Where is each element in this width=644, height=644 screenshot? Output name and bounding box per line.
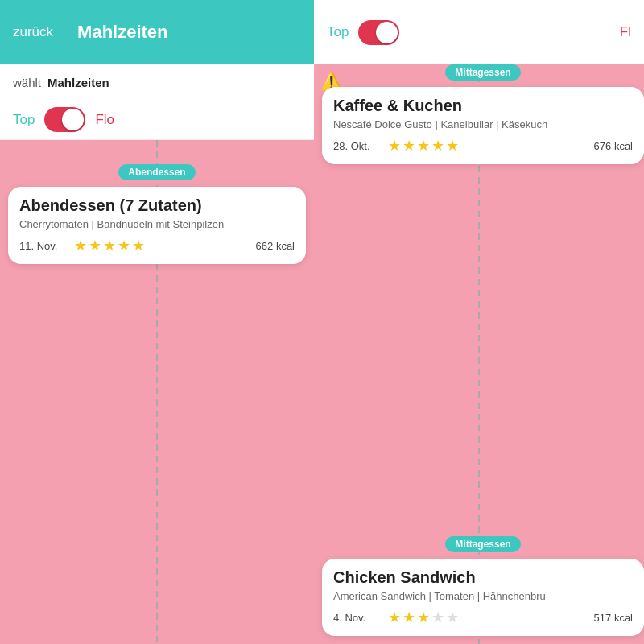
right-content: ⚠️ Mittagessen Kaffee & Kuchen Nescafé D… xyxy=(314,64,644,644)
star-2: ★ xyxy=(89,237,101,254)
right-bottom-category-badge: Mittagessen xyxy=(445,536,520,552)
right-header: Top Fl xyxy=(314,0,644,64)
left-header: zurück Mahlzeiten xyxy=(0,0,314,64)
right-bottom-meal-footer: 4. Nov. ★ ★ ★ ★ ★ 517 kcal xyxy=(333,609,633,626)
left-title: Mahlzeiten xyxy=(77,22,167,43)
right-top-meal-title: Kaffee & Kuchen xyxy=(333,97,633,115)
right-top-category-badge: Mittagessen xyxy=(445,64,520,80)
star-b1: ★ xyxy=(388,609,401,626)
right-top-meal-footer: 28. Okt. ★ ★ ★ ★ ★ 676 kcal xyxy=(333,137,633,155)
star-5: ★ xyxy=(132,237,145,254)
left-content: Abendessen Abendessen (7 Zutaten) Cherry… xyxy=(0,140,314,644)
left-meal-title: Abendessen (7 Zutaten) xyxy=(19,196,295,215)
left-category-badge: Abendessen xyxy=(118,164,195,180)
right-bottom-meal-date: 4. Nov. xyxy=(333,612,382,624)
left-toggle[interactable] xyxy=(44,107,85,132)
right-far-label: Fl xyxy=(620,24,631,40)
left-meal-ingredients: Cherrytomaten | Bandnudeln mit Steinpilz… xyxy=(19,218,295,230)
right-meal-top-section: Mittagessen Kaffee & Kuchen Nescafé Dolc… xyxy=(322,64,644,164)
star-t3: ★ xyxy=(417,137,430,155)
left-badge-wrap: Abendessen xyxy=(8,164,306,180)
star-t4: ★ xyxy=(431,137,444,155)
star-t5: ★ xyxy=(446,137,459,155)
right-meal-bottom-section: Mittagessen Chicken Sandwich American Sa… xyxy=(322,536,644,636)
left-meal-section: Abendessen Abendessen (7 Zutaten) Cherry… xyxy=(8,164,306,264)
right-toggle[interactable] xyxy=(358,20,399,45)
right-panel: Top Fl ⚠️ Mittagessen Kaffee & Kuchen Ne… xyxy=(314,0,644,644)
left-meal-card[interactable]: Abendessen (7 Zutaten) Cherrytomaten | B… xyxy=(8,187,306,264)
left-meal-kcal: 662 kcal xyxy=(256,240,295,252)
right-top-meal-date: 28. Okt. xyxy=(333,140,382,152)
right-bottom-meal-ingredients: American Sandwich | Tomaten | Hähnchenbr… xyxy=(333,590,633,602)
star-4: ★ xyxy=(118,237,130,254)
star-3: ★ xyxy=(103,237,116,254)
star-t1: ★ xyxy=(388,137,401,155)
star-b4: ★ xyxy=(431,609,444,626)
right-bottom-stars: ★ ★ ★ ★ ★ xyxy=(388,609,459,626)
left-panel: zurück Mahlzeiten wählt Mahlzeiten Top F… xyxy=(0,0,314,644)
right-top-stars: ★ ★ ★ ★ ★ xyxy=(388,137,459,155)
right-top-meal-ingredients: Nescafé Dolce Gusto | Kanelbullar | Käse… xyxy=(333,118,633,130)
right-bottom-badge-wrap: Mittagessen xyxy=(322,536,644,552)
right-bottom-meal-card[interactable]: Chicken Sandwich American Sandwich | Tom… xyxy=(322,559,644,636)
left-meal-footer: 11. Nov. ★ ★ ★ ★ ★ 662 kcal xyxy=(19,237,295,254)
left-top-tab[interactable]: Top xyxy=(13,112,35,128)
right-top-meal-kcal: 676 kcal xyxy=(594,140,633,152)
right-top-meal-card[interactable]: Kaffee & Kuchen Nescafé Dolce Gusto | Ka… xyxy=(322,87,644,164)
star-t2: ★ xyxy=(402,137,415,155)
back-button[interactable]: zurück xyxy=(13,24,53,40)
left-stars: ★ ★ ★ ★ ★ xyxy=(74,237,145,254)
right-top-tab[interactable]: Top xyxy=(327,24,349,40)
right-bottom-meal-title: Chicken Sandwich xyxy=(333,568,633,587)
right-bottom-meal-kcal: 517 kcal xyxy=(594,612,633,624)
left-right-label: Flo xyxy=(95,112,114,128)
star-b2: ★ xyxy=(402,609,415,626)
subheader-value: Mahlzeiten xyxy=(47,76,109,89)
star-1: ★ xyxy=(74,237,87,254)
subheader-label: wählt xyxy=(13,76,41,89)
left-meal-date: 11. Nov. xyxy=(19,240,68,252)
left-subheader: wählt Mahlzeiten xyxy=(0,64,314,100)
star-b5: ★ xyxy=(446,609,459,626)
star-b3: ★ xyxy=(417,609,430,626)
right-top-badge-wrap: Mittagessen xyxy=(322,64,644,80)
left-filter-bar: Top Flo xyxy=(0,100,314,140)
